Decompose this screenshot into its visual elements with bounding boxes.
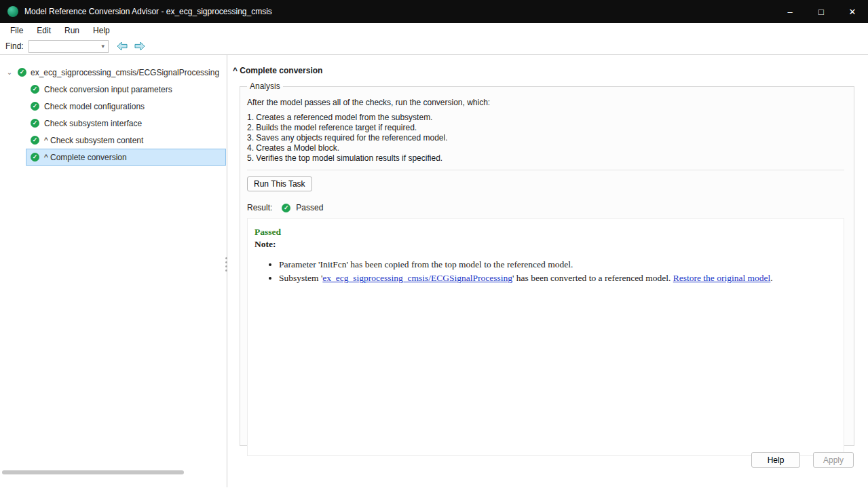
apply-button[interactable]: Apply (813, 452, 854, 468)
conversion-steps-list: 1. Creates a referenced model from the s… (247, 113, 844, 164)
tree-item-check-model-configurations[interactable]: Check model configurations (26, 98, 226, 115)
arrow-left-icon (117, 41, 128, 51)
passed-check-icon (31, 153, 39, 162)
tree-item-label: ^ Complete conversion (44, 153, 127, 162)
menu-file[interactable]: File (3, 24, 30, 37)
tree-item-label: Check subsystem interface (44, 119, 142, 128)
window-controls: – □ ✕ (774, 0, 868, 23)
menu-edit[interactable]: Edit (30, 24, 58, 37)
arrow-right-icon (134, 41, 145, 51)
task-detail-panel: ^ Complete conversion Analysis After the… (227, 55, 868, 487)
menu-bar: File Edit Run Help (0, 23, 868, 38)
conversion-step: 4. Creates a Model block. (247, 143, 844, 153)
result-label: Result: (247, 203, 272, 212)
report-note-text: ' has been converted to a referenced mod… (512, 273, 673, 283)
conversion-step: 5. Verifies the top model simulation res… (247, 153, 844, 164)
find-label: Find: (5, 41, 24, 51)
maximize-icon[interactable]: □ (806, 0, 837, 23)
panel-splitter-handle[interactable] (225, 257, 227, 271)
divider (247, 170, 844, 170)
analysis-groupbox: Analysis After the model passes all of t… (240, 81, 854, 446)
passed-check-icon (31, 102, 39, 111)
report-note-text: . (770, 273, 772, 283)
expander-icon[interactable]: ⌄ (5, 69, 14, 76)
find-toolbar: Find: ▼ (0, 38, 868, 54)
run-this-task-button[interactable]: Run This Task (247, 176, 312, 191)
tree-item-label: ^ Check subsystem content (44, 136, 143, 145)
tree-root-item[interactable]: ⌄ ex_ecg_sigprocessing_cmsis/ECGSignalPr… (0, 64, 227, 81)
tree-item-check-subsystem-content[interactable]: ^ Check subsystem content (26, 132, 226, 149)
tree-item-label: Check model configurations (44, 102, 145, 111)
analysis-legend: Analysis (247, 81, 283, 91)
find-navigation (115, 39, 148, 53)
menu-help[interactable]: Help (86, 24, 117, 37)
result-row: Result: Passed (247, 203, 844, 212)
report-note-label: Note: (254, 239, 837, 250)
minimize-icon[interactable]: – (774, 0, 806, 23)
conversion-step: 2. Builds the model reference target if … (247, 123, 844, 133)
report-note-item: Subsystem 'ex_ecg_sigprocessing_cmsis/EC… (279, 273, 837, 284)
task-title: ^ Complete conversion (233, 66, 854, 75)
restore-original-model-link[interactable]: Restore the original model (673, 273, 771, 283)
tree-root-label: ex_ecg_sigprocessing_cmsis/ECGSignalProc… (31, 68, 219, 77)
conversion-step: 3. Saves any objects required for the re… (247, 133, 844, 143)
content-area: ⌄ ex_ecg_sigprocessing_cmsis/ECGSignalPr… (0, 54, 868, 487)
result-report: Passed Note: Parameter 'InitFcn' has bee… (247, 218, 844, 456)
find-previous-button[interactable] (115, 39, 130, 53)
find-next-button[interactable] (132, 39, 148, 53)
report-note-item: Parameter 'InitFcn' has been copied from… (279, 259, 837, 270)
passed-check-icon (31, 85, 39, 94)
horizontal-scrollbar[interactable] (2, 470, 184, 474)
result-status-text: Passed (296, 203, 323, 212)
find-input[interactable] (29, 41, 98, 52)
passed-check-icon (31, 136, 39, 145)
report-note-text: Subsystem ' (279, 273, 322, 283)
menu-run[interactable]: Run (58, 24, 86, 37)
app-icon (7, 6, 18, 17)
analysis-intro-text: After the model passes all of the checks… (247, 98, 844, 108)
checks-tree-panel: ⌄ ex_ecg_sigprocessing_cmsis/ECGSignalPr… (0, 55, 227, 487)
passed-check-icon (18, 68, 26, 77)
title-bar: Model Reference Conversion Advisor - ex_… (0, 0, 868, 23)
subsystem-link[interactable]: ex_ecg_sigprocessing_cmsis/ECGSignalProc… (322, 273, 512, 283)
window-title: Model Reference Conversion Advisor - ex_… (24, 7, 272, 16)
find-combobox[interactable]: ▼ (29, 40, 109, 53)
passed-check-icon (31, 119, 39, 128)
footer-buttons: Help Apply (751, 452, 854, 468)
help-button[interactable]: Help (751, 452, 800, 468)
chevron-down-icon[interactable]: ▼ (98, 43, 108, 50)
tree-item-complete-conversion[interactable]: ^ Complete conversion (26, 149, 226, 166)
conversion-step: 1. Creates a referenced model from the s… (247, 113, 844, 123)
tree-item-check-subsystem-interface[interactable]: Check subsystem interface (26, 115, 226, 132)
passed-check-icon (282, 204, 290, 212)
report-passed-status: Passed (254, 227, 837, 238)
model-reference-conversion-advisor-window: Model Reference Conversion Advisor - ex_… (0, 0, 868, 488)
tree-item-label: Check conversion input parameters (44, 85, 172, 94)
tree-item-check-conversion-input-parameters[interactable]: Check conversion input parameters (26, 81, 226, 98)
checks-tree: ⌄ ex_ecg_sigprocessing_cmsis/ECGSignalPr… (0, 55, 227, 166)
close-icon[interactable]: ✕ (837, 0, 868, 23)
report-note-text: Parameter 'InitFcn' has been copied from… (279, 259, 573, 269)
report-notes-list: Parameter 'InitFcn' has been copied from… (254, 259, 837, 284)
